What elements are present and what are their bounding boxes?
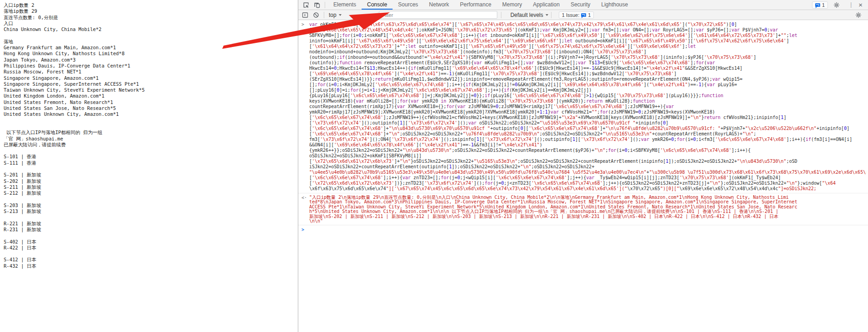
console-code-line: ['\x73\x6f\x72\x74']();outipinfo[1]['\x7… (309, 120, 866, 126)
settings-gear-icon[interactable] (832, 1, 841, 9)
console-code-line: [];pLuy16[0]=i;for(j=i+1;j<KmjDKJmLy2['\… (309, 88, 866, 93)
context-label: top (329, 12, 337, 18)
tab-console[interactable]: Console (362, 0, 393, 10)
prompt-chevron-icon: > (301, 227, 304, 233)
console-messages: > var okKmF1=window["\x64\x6f\x63\x75\x6… (298, 20, 868, 332)
log-levels-dropdown[interactable]: Default levels (509, 12, 550, 18)
tabbar-right-controls: 1 ⋮ × (812, 1, 864, 9)
toolbar-separator (324, 12, 324, 18)
toolbar-separator (501, 12, 501, 18)
console-code-line: ['\x69\x6e\x64\x65\x78\x4f\x66']("\x4e\x… (309, 71, 866, 77)
console-command-entry: > var okKmF1=window["\x64\x6f\x63\x75\x6… (298, 20, 868, 193)
result-arrow-icon: <· (301, 195, 307, 201)
devtools-panel: ElementsConsoleSourcesNetworkPerformance… (298, 0, 868, 332)
console-code-line: {ymkR26++}};oSDiSJkn22=oSDiSJkn22+"\n\u8… (309, 148, 866, 153)
issues-counter-count: 1 (822, 2, 825, 8)
console-code-line: &&ON4[i]['\x69\x6e\x64\x65\x78\x4f\x66']… (309, 142, 866, 148)
console-prompt[interactable]: > (298, 225, 868, 234)
console-code-line: (SErZgXS10[HkwcEs14])}};return[mKuOliFmg… (309, 77, 866, 82)
issues-counter-badge[interactable]: 1 (812, 1, 828, 9)
console-result-line: 新加坡\nS-202 | 新加坡\nS-211 | 新加坡\nS-212 | 新… (309, 214, 866, 219)
kebab-menu-icon[interactable]: ⋮ (848, 2, 854, 8)
console-command-lines: var okKmF1=window["\x64\x6f\x63\x75\x6d\… (309, 22, 866, 192)
levels-label: Default levels (511, 12, 543, 18)
console-code-line: ininfo=okKmF1[i]['\x67\x65\x6f\x49\x50']… (309, 38, 866, 44)
console-code-line: var okKmF1=window["\x64\x6f\x63\x75\x6d\… (309, 22, 866, 27)
console-code-line: \x6f\x63\x75\x6d\x65\x6e\x74"]['\x67\x65… (309, 186, 866, 192)
issues-count: 1 (588, 12, 591, 18)
console-code-line: fm3['\x73\x6f\x72\x74']();ON4['\x73\x6f\… (309, 137, 866, 142)
tab-elements[interactable]: Elements (328, 0, 362, 10)
tab-network[interactable]: Network (424, 0, 454, 10)
console-result-lines: "入口ip数量 2\n落地ip数量 29\n直连节点数量: 0,分别是\n入口\… (309, 195, 866, 223)
console-result-line: ted*8\nJapan Tokyo, Amazon.com*3\nPhilip… (309, 200, 866, 204)
console-code-line: SBFKVyM8=[];for(i=0;i<okKmF1['\x6c\x65\x… (309, 33, 866, 38)
console-result-line: h*5\nUnited States Unknown City, Amazon.… (309, 209, 866, 214)
console-code-line: keys(XVMwonKE18){var mKuOli28=[];for(var… (309, 99, 866, 104)
page-text: 入口ip数量 2 落地ip数量 29 直连节点数量: 0,分别是 入口 Chin… (0, 0, 298, 269)
console-settings-gear-icon[interactable] (854, 11, 863, 19)
console-code-line: oSDiSJkn22=oSDiSJkn22+okKmF1[SBFKVyM8[i]… (309, 153, 866, 159)
console-result-line: \n\n" (309, 219, 866, 223)
tab-lighthouse[interactable]: Lighthouse (596, 0, 633, 10)
console-code-line: (outinfo)};function removeRepeatArrEleme… (309, 60, 866, 66)
close-devtools-icon[interactable]: × (858, 1, 863, 8)
tab-sources[interactable]: Sources (393, 0, 424, 10)
issues-bubble-icon (815, 3, 820, 7)
console-result-line: "入口ip数量 2\n落地ip数量 29\n直连节点数量: 0,分别是\n入口\… (309, 195, 866, 200)
toolbar-separator (551, 12, 551, 18)
console-toolbar: top Default levels 1 Issue: 1 (298, 10, 868, 20)
console-code-line: countRepeatArrElement(rimXpj17){var XVMw… (309, 104, 866, 109)
console-code-line: ['\x6c\x65\x6e\x67\x74\x68'];zJsMFNW19++… (309, 115, 866, 120)
screenshot-root: 入口ip数量 2 落地ip数量 29 直连节点数量: 0,分别是 入口 Chin… (0, 0, 868, 332)
console-code-line: ymkR20=rimXpj17[zJsMFNW19];XVMwonKE18[ym… (309, 109, 866, 115)
clear-console-icon[interactable] (312, 11, 320, 19)
console-code-line: ['\x61\x64\x64\x72\x65\x73\x73']+"";let … (309, 44, 866, 49)
device-toolbar-icon[interactable] (313, 1, 321, 9)
console-code-line: ['\x69\x6e\x6e\x65\x72\x48\x54\x4d\x4c']… (309, 27, 866, 33)
console-code-line: "\u4ee5\u4e0b\u8282\u70b9\u5165\u53e3\x4… (309, 170, 866, 175)
tab-memory[interactable]: Memory (497, 0, 527, 10)
inspect-element-icon[interactable] (302, 1, 310, 9)
console-result-line: ACCESS Pte*1\nTaiwan Unknown City, Steve… (309, 205, 866, 209)
console-result-entry: <· "入口ip数量 2\n落地ip数量 29\n直连节点数量: 0,分别是\n… (298, 193, 868, 225)
javascript-context-dropdown[interactable]: top (327, 12, 343, 18)
issues-bubble-icon (581, 13, 586, 17)
console-code-line: ['\x72\x65\x6d\x61\x72\x6b\x73']+"\n"}oS… (309, 159, 866, 164)
console-sidebar-toggle-icon[interactable] (301, 11, 309, 19)
chevron-down-icon (339, 14, 342, 16)
issues-label: 1 Issue: (562, 12, 580, 18)
issues-button[interactable]: 1 Issue: 1 (559, 11, 594, 19)
console-code-line: (outbound);if(inbound==outbound&&outboun… (309, 55, 866, 60)
console-code-line: ['\x6c\x65\x6e\x67\x74\x68']+"\n\u843d\u… (309, 126, 866, 131)
console-code-line: HkwcEs14=0;HkwcEs14<T$13;HkwcEs14++){if(… (309, 66, 866, 71)
devtools-tabbar: ElementsConsoleSourcesNetworkPerformance… (298, 0, 868, 10)
console-code-line: ['\x6c\x65\x6e\x67\x74\x68'];i++){var zn… (309, 175, 866, 181)
chevron-down-icon (546, 14, 548, 16)
command-chevron-icon: > (301, 22, 304, 27)
tabbar-separator (325, 2, 325, 8)
tab-strip: ElementsConsoleSourcesNetworkPerformance… (328, 0, 633, 10)
tab-performance[interactable]: Performance (454, 0, 497, 10)
page-content: 入口ip数量 2 落地ip数量 29 直连节点数量: 0,分别是 入口 Chin… (0, 0, 298, 332)
tab-application[interactable]: Application (527, 0, 565, 10)
console-code-line: {pLuy16[pLuy16['\x6c\x65\x6e\x67\x74\x68… (309, 93, 866, 99)
console-filter-input[interactable] (379, 11, 497, 19)
console-code-line: ['\x6c\x65\x6e\x67\x74\x68']+"\n";oSDiSJ… (309, 131, 866, 137)
tab-security[interactable]: Security (565, 0, 596, 10)
console-code-line: nodeinfo=inbound+outbound;KmjDKJmLy2['\x… (309, 49, 866, 55)
console-code-line: ['\x72\x65\x6d\x61\x72\x6b\x73'])};znTD2… (309, 181, 866, 186)
console-code-line: iSJkn22=oSDiSJkn22+countRepeatArrElement… (309, 164, 866, 170)
console-code-line: [];for(i=0;i<KmjDKJmLy2['\x6c\x65\x6e\x6… (309, 82, 866, 88)
